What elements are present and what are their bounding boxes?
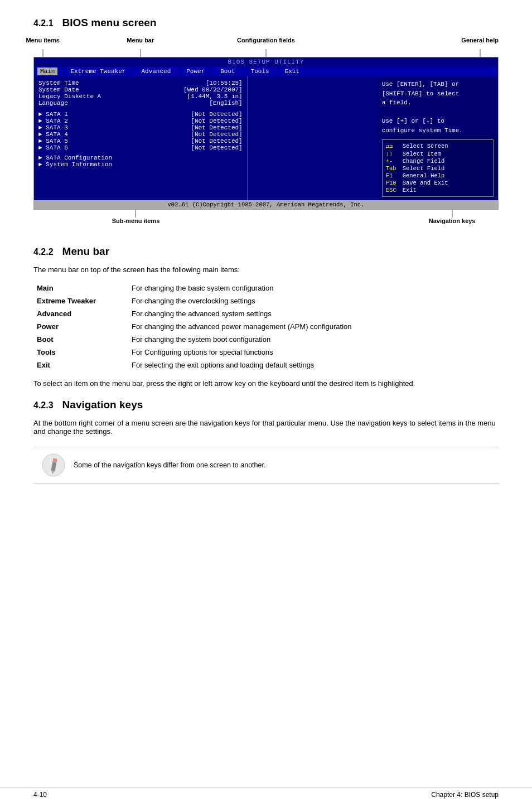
- bios-right-panel: Use [ENTER], [TAB] or [SHIFT-TAB] to sel…: [378, 76, 498, 200]
- section-421-num: 4.2.1: [33, 18, 54, 28]
- label-config-fields: Configuration fields: [237, 37, 295, 44]
- bios-system-time-value: [10:55:25]: [206, 80, 243, 86]
- bios-language-row: Language [English]: [38, 100, 243, 107]
- nav-key-general-help: F1 General Help: [386, 172, 490, 179]
- bios-system-time-label: System Time: [38, 80, 79, 86]
- label-menu-items: Menu items: [26, 37, 60, 44]
- bios-sata6-row: ► SATA 6 [Not Detected]: [38, 144, 243, 151]
- bios-menu-tools[interactable]: Tools: [248, 67, 272, 75]
- bios-sata6-label: ► SATA 6: [38, 144, 68, 151]
- note-box: Some of the navigation keys differ from …: [33, 447, 499, 484]
- bios-screen: BIOS SETUP UTILITY Main Extreme Tweaker …: [33, 57, 499, 210]
- bios-help-line1: Use [ENTER], [TAB] or: [382, 80, 494, 89]
- nav-symbol-f1: F1: [386, 172, 399, 179]
- bios-system-info-item: ► System Information: [38, 161, 243, 168]
- bios-sata1-row: ► SATA 1 [Not Detected]: [38, 111, 243, 118]
- bios-help-line4: Use [+] or [-] to: [382, 117, 494, 126]
- bios-sata6-value: [Not Detected]: [191, 144, 242, 151]
- nav-key-save-exit: F10 Save and Exit: [386, 180, 490, 186]
- label-submenu-items: Sub-menu items: [112, 218, 160, 224]
- nav-symbol-f10: F10: [386, 180, 399, 186]
- section-422: 4.2.2 Menu bar The menu bar on top of th…: [33, 245, 499, 388]
- menu-item-main-name: Main: [33, 282, 128, 294]
- bios-system-date-value: [Wed 08/22/2007]: [183, 86, 243, 93]
- section-421-heading: 4.2.1 BIOS menu screen: [33, 17, 499, 29]
- table-row: Tools For Configuring options for specia…: [33, 346, 499, 359]
- bios-sata3-row: ► SATA 3 [Not Detected]: [38, 124, 243, 131]
- bios-help-line2: [SHIFT-TAB] to select: [382, 89, 494, 99]
- bios-sata1-label: ► SATA 1: [38, 111, 68, 118]
- section-423-title: Navigation keys: [62, 399, 143, 411]
- menu-item-boot-name: Boot: [33, 333, 128, 346]
- bios-menu-advanced[interactable]: Advanced: [138, 67, 173, 75]
- bios-system-date-label: System Date: [38, 86, 79, 93]
- table-row: Boot For changing the system boot config…: [33, 333, 499, 346]
- table-row: Power For changing the advanced power ma…: [33, 320, 499, 333]
- menu-item-exit-name: Exit: [33, 359, 128, 371]
- bios-sata5-label: ► SATA 5: [38, 138, 68, 144]
- section-423-num: 4.2.3: [33, 400, 54, 410]
- page-footer: 4-10 Chapter 4: BIOS setup: [0, 787, 532, 802]
- section-422-title: Menu bar: [62, 245, 109, 258]
- section-421-title: BIOS menu screen: [62, 17, 157, 29]
- menu-item-tools-desc: For Configuring options for special func…: [128, 346, 499, 359]
- nav-desc-select-screen: Select Screen: [403, 143, 448, 150]
- bios-menu-exit[interactable]: Exit: [282, 67, 302, 75]
- bios-language-value: [English]: [209, 100, 242, 107]
- select-note: To select an item on the menu bar, press…: [33, 379, 499, 388]
- bios-sata5-row: ► SATA 5 [Not Detected]: [38, 138, 243, 144]
- bios-legacy-diskette-value: [1.44M, 3.5 in]: [187, 93, 243, 100]
- bios-help-text: Use [ENTER], [TAB] or [SHIFT-TAB] to sel…: [382, 80, 494, 135]
- note-text: Some of the navigation keys differ from …: [74, 461, 265, 469]
- bios-help-line5: configure system Time.: [382, 126, 494, 136]
- bios-sata4-row: ► SATA 4 [Not Detected]: [38, 131, 243, 138]
- bios-sata4-value: [Not Detected]: [191, 131, 242, 138]
- bios-menu-boot[interactable]: Boot: [217, 67, 238, 75]
- bios-content: System Time [10:55:25] System Date [Wed …: [34, 76, 498, 200]
- nav-desc-save-exit: Save and Exit: [403, 180, 448, 186]
- menu-item-extreme-name: Extreme Tweaker: [33, 294, 128, 307]
- nav-key-select-item: ↕↕ Select Item: [386, 151, 490, 157]
- footer-page-num: 4-10: [33, 791, 47, 799]
- nav-key-select-field: Tab Select Field: [386, 165, 490, 172]
- bios-menu-power[interactable]: Power: [183, 67, 207, 75]
- label-general-help: General help: [461, 37, 499, 44]
- bios-sata-config-item: ► SATA Configuration: [38, 154, 243, 161]
- nav-symbol-arrows: ⇄⇄: [386, 143, 399, 150]
- menu-bar-intro: The menu bar on top of the screen has th…: [33, 265, 499, 274]
- nav-key-esc: ESC Exit: [386, 187, 490, 194]
- table-row: Advanced For changing the advanced syste…: [33, 307, 499, 320]
- nav-symbol-updown: ↕↕: [386, 151, 399, 157]
- nav-desc-change-field: Change Field: [403, 158, 445, 165]
- menu-item-tools-name: Tools: [33, 346, 128, 359]
- bios-help-spacer: [382, 108, 494, 117]
- menu-item-power-name: Power: [33, 320, 128, 333]
- bios-menu-extreme[interactable]: Extreme Tweaker: [67, 67, 128, 75]
- bios-sata4-label: ► SATA 4: [38, 131, 68, 138]
- bios-sata2-row: ► SATA 2 [Not Detected]: [38, 118, 243, 124]
- bios-left-panel: System Time [10:55:25] System Date [Wed …: [34, 76, 248, 200]
- nav-desc-esc: Exit: [403, 187, 417, 194]
- bios-title-bar: BIOS SETUP UTILITY: [34, 57, 498, 66]
- nav-symbol-plusminus: +-: [386, 158, 399, 165]
- nav-desc-select-field: Select Field: [403, 165, 445, 172]
- bios-sub-items-group: ► SATA Configuration ► System Informatio…: [38, 154, 243, 168]
- menu-item-main-desc: For changing the basic system configurat…: [128, 282, 499, 294]
- nav-key-select-screen: ⇄⇄ Select Screen: [386, 143, 490, 150]
- bios-menu-main[interactable]: Main: [37, 67, 57, 75]
- bios-language-label: Language: [38, 100, 68, 107]
- bios-sata3-label: ► SATA 3: [38, 124, 68, 131]
- bios-diagram: Menu items Menu bar Configuration fields…: [33, 37, 499, 229]
- table-row: Extreme Tweaker For changing the overclo…: [33, 294, 499, 307]
- nav-symbol-esc: ESC: [386, 187, 399, 194]
- bios-nav-keys: ⇄⇄ Select Screen ↕↕ Select Item +- Chang…: [382, 139, 494, 197]
- bios-system-info-group: System Time [10:55:25] System Date [Wed …: [38, 80, 243, 107]
- menu-item-exit-desc: For selecting the exit options and loadi…: [128, 359, 499, 371]
- table-row: Exit For selecting the exit options and …: [33, 359, 499, 371]
- bios-legacy-diskette-label: Legacy Diskette A: [38, 93, 101, 100]
- bios-system-date-row: System Date [Wed 08/22/2007]: [38, 86, 243, 93]
- section-422-num: 4.2.2: [33, 247, 54, 257]
- nav-symbol-tab: Tab: [386, 165, 399, 172]
- footer-chapter: Chapter 4: BIOS setup: [431, 791, 499, 799]
- bios-help-line3: a field.: [382, 98, 494, 108]
